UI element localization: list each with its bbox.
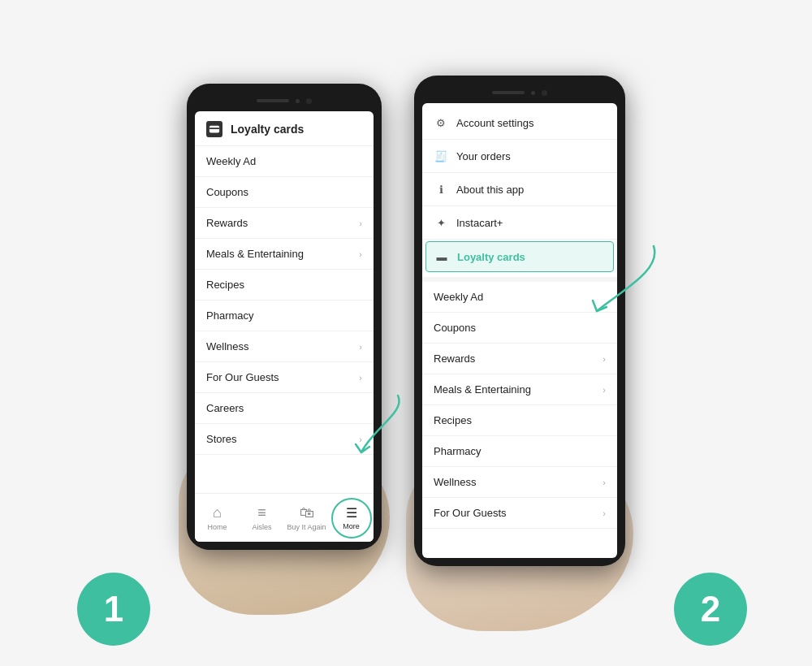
camera-1 [306,98,312,104]
more-circle: ☰ More [331,498,372,538]
scene: Loyalty cards Weekly Ad Coupons Rewards … [0,0,812,666]
phone-2-wrapper: ⚙ Account settings 🧾 Your orders ℹ About… [414,76,625,582]
home-icon: ⌂ [213,504,222,521]
menu-item-label: Coupons [206,186,248,198]
menu-item-label: Coupons [434,322,476,334]
chevron-icon: › [359,218,362,228]
dot-2 [531,91,535,95]
nav-home-label: Home [207,523,227,531]
phone-1-header-title: Loyalty cards [231,123,304,136]
nav-aisles[interactable]: ≡ Aisles [240,494,284,542]
plus-icon: ✦ [434,215,448,230]
camera-2 [542,90,547,96]
bag-icon: 🛍 [300,504,314,521]
phone1-menu-item-5[interactable]: Pharmacy [195,301,374,331]
phone-1: Loyalty cards Weekly Ad Coupons Rewards … [187,84,382,550]
info-icon: ℹ [434,182,448,197]
account-section: ⚙ Account settings 🧾 Your orders ℹ About… [422,103,617,277]
phone2-account-item-0[interactable]: ⚙ Account settings [422,106,617,140]
phone1-menu-item-6[interactable]: Wellness › [195,331,374,362]
phone1-menu-item-0[interactable]: Weekly Ad [195,146,374,177]
phone-2-menu: Weekly Ad Coupons Rewards › Meals & Ente… [422,282,617,529]
account-item-left: ⚙ Account settings [434,115,533,130]
phone-1-wrapper: Loyalty cards Weekly Ad Coupons Rewards … [187,84,382,566]
phone2-menu-item-3[interactable]: Meals & Entertaining › [422,374,617,405]
chevron-icon: › [603,508,606,518]
account-item-label: About this app [456,184,524,196]
nav-aisles-label: Aisles [252,523,271,531]
menu-item-label: Stores [206,433,237,445]
card-icon: ▬ [434,249,449,264]
phone2-menu-item-7[interactable]: For Our Guests › [422,498,617,529]
menu-item-label: Meals & Entertaining [206,248,304,260]
aisles-icon: ≡ [257,504,266,521]
menu-item-label: For Our Guests [206,371,279,383]
speaker-1 [257,99,289,102]
menu-item-label: Weekly Ad [434,291,483,303]
account-item-label: Account settings [456,117,533,129]
phone-1-bottom-nav: ⌂ Home ≡ Aisles 🛍 Buy It Again ☰ [195,493,374,542]
speaker-2 [492,91,525,94]
orders-icon: 🧾 [434,149,448,163]
menu-item-label: Rewards [206,217,248,229]
phone2-menu-item-0[interactable]: Weekly Ad [422,282,617,313]
dot-1 [296,99,300,103]
chevron-icon: › [603,354,606,364]
menu-item-label: Recipes [206,279,244,291]
phone2-menu-item-2[interactable]: Rewards › [422,344,617,374]
menu-item-label: Wellness [434,476,477,488]
nav-buy-again[interactable]: 🛍 Buy It Again [284,494,329,542]
phone1-menu-item-3[interactable]: Meals & Entertaining › [195,239,374,270]
chevron-icon: › [603,385,606,395]
phone-2-notch [422,84,617,102]
phone-1-menu: Weekly Ad Coupons Rewards › Meals & Ente… [195,146,374,455]
nav-home[interactable]: ⌂ Home [195,494,240,542]
chevron-icon: › [359,342,362,352]
phone1-menu-item-9[interactable]: Stores › [195,424,374,455]
phone-2: ⚙ Account settings 🧾 Your orders ℹ About… [414,76,625,566]
chevron-icon: › [359,373,362,383]
phone2-menu-item-1[interactable]: Coupons [422,313,617,344]
account-item-left: 🧾 Your orders [434,149,511,163]
menu-item-label: Recipes [434,414,472,426]
account-item-label: Instacart+ [456,217,503,229]
phone2-account-item-1[interactable]: 🧾 Your orders [422,140,617,173]
step-2-circle: 2 [674,573,747,646]
chevron-icon: › [359,435,362,444]
more-icon: ☰ [346,505,357,521]
phone1-menu-item-4[interactable]: Recipes [195,270,374,301]
phone1-menu-item-8[interactable]: Careers [195,393,374,424]
phone-2-account-menu: ⚙ Account settings 🧾 Your orders ℹ About… [422,106,617,272]
phone1-menu-item-1[interactable]: Coupons [195,177,374,208]
phone-1-screen: Loyalty cards Weekly Ad Coupons Rewards … [195,111,374,542]
loyalty-header-icon [206,121,222,137]
account-item-left: ✦ Instacart+ [434,215,503,230]
account-item-left: ▬ Loyalty cards [434,249,525,264]
phone2-account-item-4[interactable]: ▬ Loyalty cards [425,241,614,272]
chevron-icon: › [359,249,362,259]
svg-rect-1 [209,128,219,129]
nav-more-label: More [343,522,360,530]
account-item-left: ℹ About this app [434,182,524,197]
gear-icon: ⚙ [434,115,448,130]
menu-item-label: Wellness [206,340,249,352]
account-item-label: Loyalty cards [457,251,525,263]
account-item-label: Your orders [456,150,511,162]
step-1-circle: 1 [77,573,150,646]
phone2-account-item-2[interactable]: ℹ About this app [422,173,617,206]
phone-1-header: Loyalty cards [195,111,374,146]
phone-1-notch [195,92,374,110]
phone1-menu-item-2[interactable]: Rewards › [195,208,374,239]
phone2-menu-item-6[interactable]: Wellness › [422,467,617,498]
menu-item-label: Meals & Entertaining [434,383,531,396]
phone2-account-item-3[interactable]: ✦ Instacart+ [422,206,617,240]
phone2-menu-item-4[interactable]: Recipes [422,405,617,436]
menu-item-label: Careers [206,402,244,414]
menu-item-label: Weekly Ad [206,155,256,167]
menu-item-label: Rewards [434,352,475,365]
nav-more[interactable]: ☰ More [329,494,374,542]
phone1-menu-item-7[interactable]: For Our Guests › [195,362,374,393]
phone2-menu-item-5[interactable]: Pharmacy [422,436,617,467]
menu-item-label: For Our Guests [434,507,507,519]
menu-item-label: Pharmacy [434,445,482,457]
